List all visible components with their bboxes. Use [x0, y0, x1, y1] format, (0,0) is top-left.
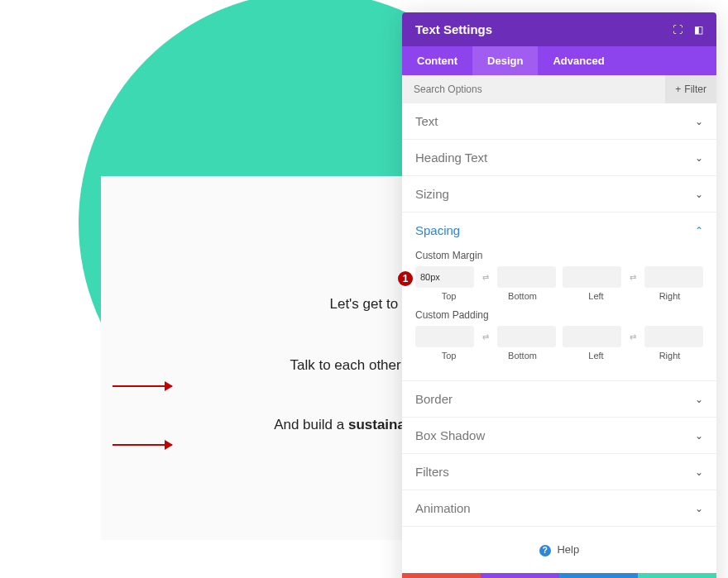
panel-header: Text Settings ⛶ ◧: [402, 12, 716, 46]
section-label-filters: Filters: [415, 465, 449, 479]
margin-top-input[interactable]: [415, 266, 474, 288]
section-header-heading[interactable]: Heading Text ⌄: [402, 140, 716, 175]
section-header-border[interactable]: Border ⌄: [402, 381, 716, 417]
settings-panel: Text Settings ⛶ ◧ Content Design Advance…: [402, 12, 716, 578]
custom-padding-label: Custom Padding: [415, 309, 703, 321]
section-label-spacing: Spacing: [415, 223, 460, 237]
section-label-text: Text: [415, 114, 438, 128]
cancel-button[interactable]: ✕: [402, 573, 481, 579]
section-header-sizing[interactable]: Sizing ⌄: [402, 176, 716, 212]
filter-label: Filter: [684, 84, 706, 95]
padding-left-input[interactable]: [563, 326, 621, 347]
section-heading: Heading Text ⌄: [402, 140, 716, 176]
spacing-body: Custom Margin ⇄ ⇄ Top Bottom: [402, 250, 716, 380]
custom-margin-label: Custom Margin: [415, 250, 703, 261]
label-left: Left: [563, 291, 630, 301]
search-input[interactable]: [402, 75, 665, 103]
link-icon[interactable]: ⇄: [477, 326, 494, 347]
section-text: Text ⌄: [402, 103, 716, 140]
help-icon: ?: [539, 545, 551, 557]
chevron-down-icon: ⌄: [695, 503, 703, 514]
sections-list: Text ⌄ Heading Text ⌄ Sizing ⌄ Spacing ⌃…: [402, 103, 716, 527]
section-label-heading: Heading Text: [415, 150, 487, 165]
tab-content[interactable]: Content: [402, 46, 472, 75]
link-icon[interactable]: ⇄: [625, 326, 641, 347]
section-header-filters[interactable]: Filters ⌄: [402, 454, 716, 490]
chevron-down-icon: ⌄: [695, 189, 703, 200]
padding-input-row: ⇄ ⇄: [415, 326, 703, 347]
tab-design[interactable]: Design: [472, 46, 538, 75]
margin-bottom-input[interactable]: [497, 266, 556, 288]
label-bottom: Bottom: [489, 351, 556, 361]
label-left: Left: [563, 351, 630, 361]
panel-footer: ✕ ↶ ↷ ✓: [402, 573, 716, 579]
section-label-boxshadow: Box Shadow: [415, 428, 485, 442]
padding-sub-labels: Top Bottom Left Right: [415, 351, 703, 361]
search-row: + Filter: [402, 75, 716, 103]
chevron-down-icon: ⌄: [695, 116, 703, 127]
help-row[interactable]: ? Help: [402, 527, 716, 573]
chevron-down-icon: ⌄: [695, 394, 703, 405]
link-icon[interactable]: ⇄: [477, 266, 494, 288]
tab-advanced[interactable]: Advanced: [538, 46, 619, 75]
section-filters: Filters ⌄: [402, 454, 716, 490]
link-icon[interactable]: ⇄: [625, 266, 641, 288]
plus-icon: +: [675, 84, 681, 95]
snap-icon[interactable]: ◧: [694, 24, 703, 36]
content-line-3-prefix: And build a: [274, 417, 348, 432]
annotation-arrow-1: [113, 385, 172, 387]
label-right: Right: [636, 291, 703, 301]
padding-top-input[interactable]: [415, 326, 474, 347]
annotation-arrow-2: [113, 444, 172, 446]
panel-title: Text Settings: [415, 22, 492, 36]
chevron-up-icon: ⌃: [695, 225, 703, 236]
expand-icon[interactable]: ⛶: [673, 24, 682, 36]
padding-bottom-input[interactable]: [497, 326, 556, 347]
section-header-animation[interactable]: Animation ⌄: [402, 490, 716, 526]
margin-right-input[interactable]: [644, 266, 703, 288]
save-button[interactable]: ✓: [638, 573, 716, 579]
annotation-marker-1: 1: [398, 271, 413, 286]
margin-sub-labels: Top Bottom Left Right: [415, 291, 703, 301]
margin-input-row: ⇄ ⇄: [415, 266, 703, 288]
section-animation: Animation ⌄: [402, 490, 716, 527]
redo-button[interactable]: ↷: [559, 573, 638, 579]
panel-header-actions: ⛶ ◧: [673, 24, 703, 36]
label-top: Top: [415, 351, 482, 361]
section-header-spacing[interactable]: Spacing ⌃: [402, 213, 716, 248]
margin-left-input[interactable]: [563, 266, 621, 288]
chevron-down-icon: ⌄: [695, 430, 703, 442]
label-bottom: Bottom: [489, 291, 556, 301]
filter-button[interactable]: + Filter: [665, 75, 716, 103]
padding-right-input[interactable]: [644, 326, 703, 347]
section-sizing: Sizing ⌄: [402, 176, 716, 213]
section-label-border: Border: [415, 392, 453, 406]
section-header-boxshadow[interactable]: Box Shadow ⌄: [402, 418, 716, 453]
label-top: Top: [415, 291, 482, 301]
chevron-down-icon: ⌄: [695, 152, 703, 164]
panel-tabs: Content Design Advanced: [402, 46, 716, 75]
section-spacing: Spacing ⌃ Custom Margin ⇄ ⇄: [402, 213, 716, 381]
help-label: Help: [557, 543, 579, 556]
undo-button[interactable]: ↶: [481, 573, 559, 579]
section-border: Border ⌄: [402, 381, 716, 418]
chevron-down-icon: ⌄: [695, 466, 703, 478]
section-label-animation: Animation: [415, 501, 471, 515]
section-boxshadow: Box Shadow ⌄: [402, 418, 716, 454]
section-label-sizing: Sizing: [415, 187, 449, 201]
label-right: Right: [636, 351, 703, 361]
section-header-text[interactable]: Text ⌄: [402, 103, 716, 139]
